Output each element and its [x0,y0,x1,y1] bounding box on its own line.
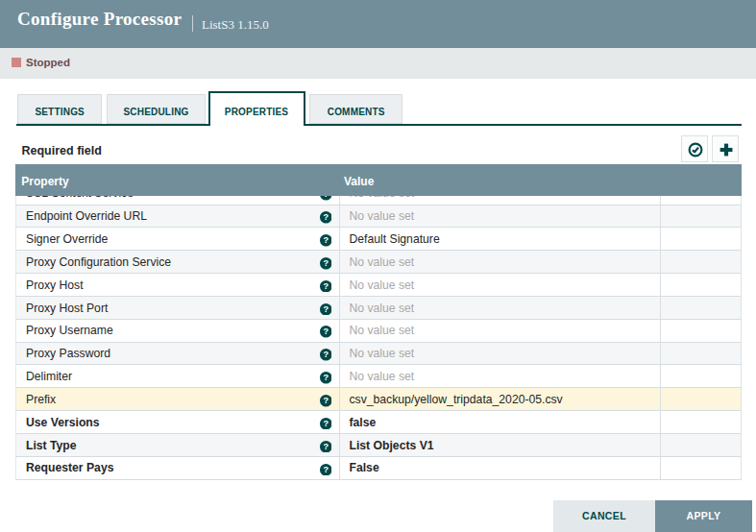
svg-text:?: ? [323,281,329,291]
svg-text:?: ? [323,419,329,428]
svg-text:?: ? [323,212,329,222]
svg-text:?: ? [323,196,329,200]
svg-text:?: ? [323,258,329,268]
svg-text:?: ? [323,465,329,474]
svg-text:?: ? [323,442,329,451]
svg-text:?: ? [323,373,329,382]
svg-text:?: ? [323,235,329,245]
svg-text:?: ? [323,351,329,360]
svg-text:?: ? [323,396,329,405]
svg-text:?: ? [323,327,329,337]
svg-text:?: ? [323,304,329,314]
